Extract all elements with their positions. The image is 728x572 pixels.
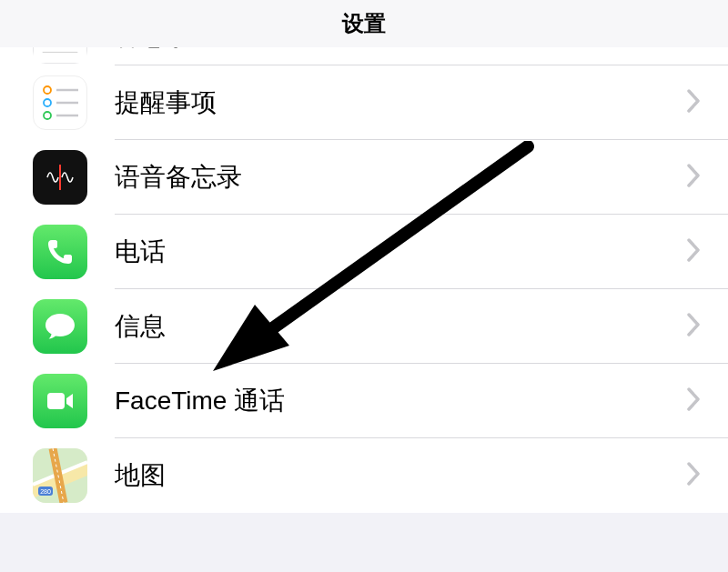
header: 设置 [0,0,728,47]
settings-row-notes[interactable]: 备忘录 [0,47,728,65]
reminders-icon [33,75,87,130]
settings-row-label: 地图 [115,458,686,493]
settings-row-messages[interactable]: 信息 [0,289,728,364]
svg-point-7 [44,112,51,119]
svg-text:280: 280 [40,488,51,495]
chevron-right-icon [686,313,701,340]
settings-row-voice-memos[interactable]: 语音备忘录 [0,140,728,215]
settings-list: 备忘录 提醒事项 [0,47,728,513]
settings-row-phone[interactable]: 电话 [0,215,728,289]
voice-memos-icon [33,150,87,205]
svg-point-5 [44,86,51,94]
chevron-right-icon [686,238,701,266]
facetime-icon [33,374,87,428]
settings-row-maps[interactable]: 280 地图 [0,438,728,513]
settings-row-reminders[interactable]: 提醒事项 [0,65,728,140]
chevron-right-icon [686,47,701,50]
svg-point-6 [44,99,51,106]
phone-icon [33,225,87,279]
svg-rect-12 [47,393,65,409]
settings-row-label: 语音备忘录 [115,160,686,195]
settings-row-label: 备忘录 [115,47,686,54]
chevron-right-icon [686,387,701,415]
svg-rect-1 [34,47,86,63]
notes-icon [33,47,87,64]
settings-row-label: 电话 [115,235,686,269]
chevron-right-icon [686,462,701,489]
chevron-right-icon [686,164,701,191]
chevron-right-icon [686,89,701,116]
settings-row-facetime[interactable]: FaceTime 通话 [0,364,728,438]
settings-row-label: 信息 [115,309,686,344]
settings-row-label: FaceTime 通话 [115,384,686,418]
page-title: 设置 [342,9,386,38]
maps-icon: 280 [33,448,87,503]
messages-icon [33,299,87,354]
settings-row-label: 提醒事项 [115,85,686,120]
